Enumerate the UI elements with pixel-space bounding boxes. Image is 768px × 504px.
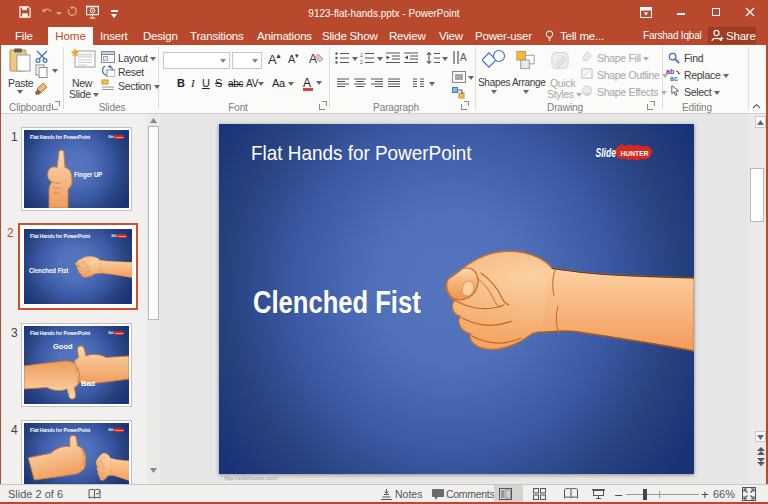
svg-text:2: 2 — [360, 59, 363, 64]
svg-text:A: A — [309, 52, 317, 66]
svg-text:ab: ab — [666, 68, 674, 75]
svg-text:1: 1 — [360, 52, 363, 58]
svg-text:A: A — [460, 52, 467, 63]
svg-text:ac: ac — [670, 75, 678, 81]
